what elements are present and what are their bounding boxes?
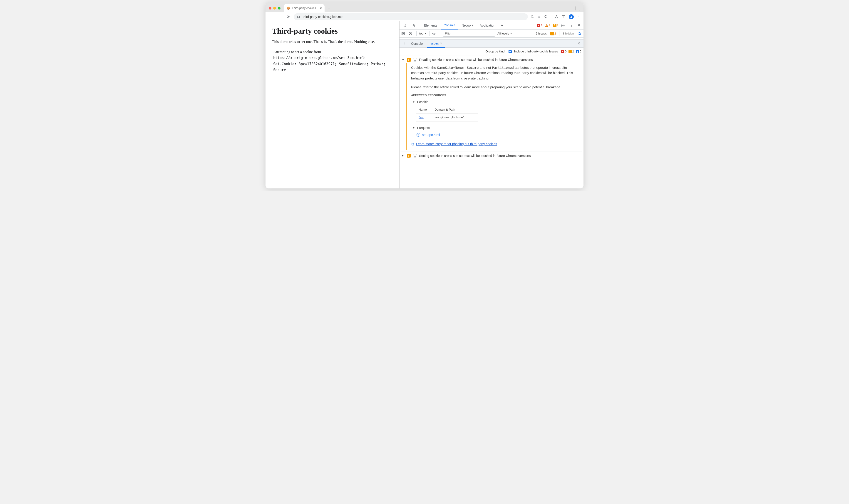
inspect-element-icon[interactable]: [401, 21, 408, 29]
settings-button[interactable]: [561, 23, 566, 28]
toggle-sidebar-icon[interactable]: [401, 32, 406, 35]
back-button[interactable]: ←: [268, 15, 274, 19]
reload-button[interactable]: ⟳: [285, 15, 291, 19]
favicon-icon: 🍪: [286, 6, 290, 10]
browser-window: 🍪 Third-party cookies × ＋ ⌄ ← → ⟳ third-…: [266, 2, 583, 188]
close-drawer-button[interactable]: ✕: [576, 39, 582, 48]
error-counter[interactable]: ✕1: [537, 24, 542, 27]
profile-avatar[interactable]: [569, 14, 574, 19]
address-bar: ← → ⟳ third-party-cookies.glitch.me ☆: [266, 12, 583, 21]
svg-rect-1: [297, 17, 299, 18]
cookie-log: Attempting to set a cookie from https://…: [272, 49, 393, 73]
chrome-menu-button[interactable]: ⋮: [577, 15, 580, 19]
svg-point-7: [571, 16, 572, 17]
learn-more-link[interactable]: Learn more: Prepare for phasing out thir…: [411, 141, 579, 146]
maximize-window-button[interactable]: [278, 7, 281, 10]
cookie-name-link[interactable]: 3pc: [419, 115, 424, 119]
console-toolbar: top ▼ Filter All levels ▼ 2 Issues: !2 3…: [400, 30, 583, 38]
issues-list: ▼ ! 1 Reading cookie in cross-site conte…: [400, 55, 583, 188]
info-icon: ❚: [576, 50, 579, 53]
tab-network[interactable]: Network: [459, 21, 476, 29]
warning-counter[interactable]: 2: [545, 24, 551, 27]
issue-count-badge: 1: [413, 154, 417, 158]
side-panel-icon[interactable]: [562, 15, 565, 19]
page-error-count[interactable]: ✕0: [561, 50, 566, 53]
table-header-domain: Domain & Path: [432, 106, 478, 114]
tab-console[interactable]: Console: [441, 21, 457, 30]
svg-point-3: [531, 15, 533, 17]
affected-resources-heading: Affected Resources: [411, 93, 579, 97]
issue-title: Reading cookie in cross-site context wil…: [419, 58, 533, 61]
disclosure-triangle-icon[interactable]: ▼: [402, 58, 405, 61]
toolbar-right: ☆ ⋮: [531, 14, 581, 19]
content-split: Third-party cookies This demo tries to s…: [266, 21, 583, 188]
tabs-overflow-button[interactable]: »: [499, 21, 505, 29]
device-toolbar-icon[interactable]: [409, 21, 416, 29]
tablist-dropdown-button[interactable]: ⌄: [575, 6, 580, 11]
issue-item[interactable]: ▶ ! 1 Setting cookie in cross-site conte…: [401, 151, 582, 159]
svg-line-17: [409, 33, 411, 35]
drawer-tab-console[interactable]: Console: [408, 39, 425, 48]
titlebar: 🍪 Third-party cookies × ＋ ⌄: [266, 2, 583, 12]
drawer-tab-close-button[interactable]: ×: [440, 41, 442, 45]
filter-input[interactable]: Filter: [443, 31, 495, 37]
labs-icon[interactable]: [555, 15, 558, 19]
bookmark-icon[interactable]: ☆: [537, 15, 541, 19]
tab-close-button[interactable]: ×: [320, 6, 322, 10]
affected-request-row[interactable]: ⇅ set-3pc.html: [417, 132, 579, 137]
tab-application[interactable]: Application: [477, 21, 498, 29]
breaking-change-count[interactable]: !2: [568, 50, 574, 53]
affected-requests-tree[interactable]: ▼ 1 request: [412, 126, 579, 130]
include-3p-cookies-checkbox[interactable]: Include third-party cookie issues: [508, 49, 558, 54]
attempt-url: https://x-origin-src.glitch.me/set-3pc.h…: [273, 56, 364, 60]
error-icon: ✕: [537, 24, 540, 27]
request-name: set-3pc.html: [422, 132, 440, 137]
tab-elements[interactable]: Elements: [422, 21, 440, 29]
new-tab-button[interactable]: ＋: [326, 5, 332, 11]
drawer-tab-issues[interactable]: Issues ×: [427, 39, 445, 48]
improvement-count[interactable]: ❚0: [576, 50, 581, 53]
hidden-messages[interactable]: 3 hidden: [563, 32, 574, 35]
disclosure-triangle-icon[interactable]: ▶: [402, 154, 405, 157]
issue-item[interactable]: ▼ ! 1 Reading cookie in cross-site conte…: [401, 57, 582, 62]
zoom-icon[interactable]: [531, 15, 534, 19]
console-settings-button[interactable]: [578, 32, 582, 36]
issue-title: Setting cookie in cross-site context wil…: [419, 154, 531, 158]
svg-point-2: [298, 16, 298, 17]
close-devtools-button[interactable]: ✕: [576, 23, 582, 28]
devtools-tab-strip: Elements Console Network Application » ✕…: [400, 21, 583, 30]
forward-button[interactable]: →: [277, 15, 282, 19]
issues-mini-counter[interactable]: !2: [550, 32, 556, 35]
close-window-button[interactable]: [269, 7, 271, 10]
affected-cookies-table: Name Domain & Path 3pc x-origin-src.glit…: [416, 106, 478, 122]
live-expression-icon[interactable]: [432, 32, 437, 36]
issue-icon: !: [553, 24, 556, 27]
page-intro: This demo tries to set one. That's it. T…: [272, 39, 393, 44]
cookie-domain: x-origin-src.glitch.me/: [432, 114, 478, 121]
extensions-icon[interactable]: [544, 15, 548, 19]
error-icon: ✕: [561, 50, 564, 53]
disclosure-triangle-icon[interactable]: ▼: [412, 100, 415, 104]
issues-label[interactable]: 2 Issues:: [536, 32, 548, 35]
disclosure-triangle-icon[interactable]: ▼: [412, 126, 415, 130]
issue-description: Cookies with the SameSite=None; Secure a…: [411, 65, 579, 81]
site-info-icon[interactable]: [296, 15, 300, 19]
console-settings-row: [400, 38, 583, 39]
browser-tab[interactable]: 🍪 Third-party cookies ×: [284, 4, 324, 12]
tab-title: Third-party cookies: [292, 6, 318, 10]
page-heading: Third-party cookies: [272, 27, 393, 35]
minimize-window-button[interactable]: [273, 7, 276, 10]
group-by-kind-checkbox[interactable]: Group by kind: [479, 49, 505, 54]
drawer-menu-button[interactable]: ⋮: [401, 39, 407, 48]
breaking-change-icon: !: [407, 58, 411, 62]
more-options-button[interactable]: ⋮: [568, 23, 574, 28]
url-text: third-party-cookies.glitch.me: [303, 15, 342, 19]
webpage-content: Third-party cookies This demo tries to s…: [266, 21, 400, 188]
context-selector[interactable]: top ▼: [419, 32, 427, 35]
clear-console-icon[interactable]: [409, 32, 413, 35]
issue-count-badge: 1: [413, 58, 417, 62]
issue-counter[interactable]: !2: [553, 24, 559, 27]
url-input[interactable]: third-party-cookies.glitch.me: [294, 13, 528, 20]
log-levels-dropdown[interactable]: All levels ▼: [497, 32, 512, 35]
affected-cookies-tree[interactable]: ▼ 1 cookie: [412, 100, 579, 105]
